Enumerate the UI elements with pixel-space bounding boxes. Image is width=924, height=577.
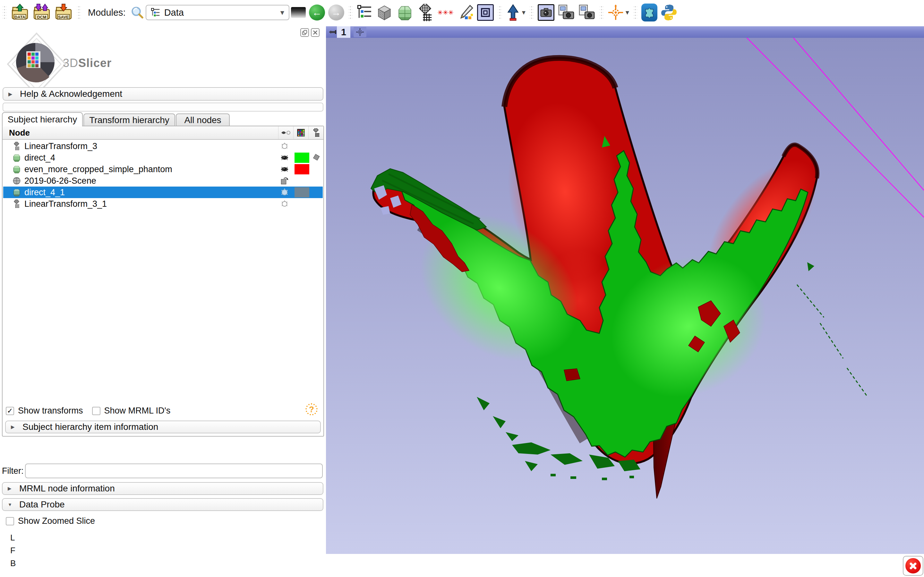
filter-input[interactable] <box>25 464 323 478</box>
view-options-button[interactable] <box>354 27 367 37</box>
toolbar-drag-handle[interactable] <box>77 5 81 20</box>
collapsed-triangle-icon: ▶ <box>8 486 15 492</box>
screenshot-button[interactable] <box>538 4 554 21</box>
toolbar-drag-handle[interactable] <box>530 5 533 20</box>
transforms-module-button[interactable] <box>417 4 434 21</box>
transform-column-header[interactable] <box>309 126 323 139</box>
close-application-button[interactable] <box>903 556 923 576</box>
show-mrml-ids-label: Show MRML ID's <box>104 406 171 416</box>
markups-module-button[interactable]: ✳✳✳ <box>437 10 454 15</box>
threed-view[interactable]: 1 <box>326 26 924 554</box>
data-module-icon <box>151 8 160 17</box>
visibility-toggle-dot[interactable] <box>278 187 291 198</box>
chevron-down-icon: ▾ <box>280 8 284 17</box>
visibility-column-header[interactable] <box>278 126 293 139</box>
data-probe-section[interactable]: ▼ Data Probe <box>2 498 323 511</box>
pencil-icon <box>457 4 474 21</box>
show-zoomed-slice-label: Show Zoomed Slice <box>18 516 95 526</box>
close-icon <box>313 30 318 35</box>
search-icon <box>131 6 144 19</box>
extensions-manager-button[interactable] <box>641 3 657 21</box>
color-swatch[interactable] <box>294 164 309 174</box>
volume-cube-icon <box>376 4 393 21</box>
module-forward-button[interactable]: → <box>328 5 344 21</box>
threed-scene[interactable] <box>326 38 924 554</box>
slicer-logo: 3DSlicer <box>5 32 113 96</box>
visibility-toggle-visible[interactable] <box>278 163 291 175</box>
restore-scene-view-button[interactable] <box>578 4 596 21</box>
color-swatch[interactable] <box>294 153 309 163</box>
table-row[interactable]: LinearTransform_3 <box>3 140 323 152</box>
subject-hierarchy-item-info-section[interactable]: ▶ Subject hierarchy item information <box>5 421 321 434</box>
table-row-selected[interactable]: direct_4_1 <box>3 187 323 198</box>
filter-label: Filter: <box>2 466 24 476</box>
toolbar-drag-handle[interactable] <box>349 5 352 20</box>
table-row[interactable]: 2019-06-26-Scene <box>3 175 323 187</box>
table-row[interactable]: direct_4 <box>3 152 323 163</box>
table-row[interactable]: LinearTransform_3_1 <box>3 198 323 210</box>
show-transforms-checkbox[interactable]: ✓ <box>6 407 14 415</box>
orientation-label-l: L <box>10 533 15 543</box>
row-transform-icon[interactable] <box>310 152 323 163</box>
volumes-module-button[interactable] <box>376 4 393 21</box>
subject-hierarchy-frame: Node <box>2 126 324 437</box>
tab-subject-hierarchy[interactable]: Subject hierarchy <box>2 112 83 126</box>
module-panel: 3DSlicer ▶ Help & Acknowledgement Subjec… <box>0 25 326 577</box>
color-column-header[interactable] <box>293 126 309 139</box>
show-mrml-ids-checkbox[interactable] <box>92 407 100 415</box>
orientation-label-f: F <box>10 546 15 556</box>
scene-restore-icon <box>578 4 596 21</box>
visibility-toggle-hidden[interactable] <box>278 140 291 152</box>
close-icon <box>905 558 921 574</box>
table-row[interactable]: even_more_cropped_simple_phantom <box>3 163 323 175</box>
color-swatch[interactable] <box>294 187 309 197</box>
view-crosshair-icon <box>356 28 364 36</box>
tab-transform-hierarchy[interactable]: Transform hierarchy <box>83 113 175 126</box>
module-back-button[interactable]: ← <box>309 5 325 21</box>
show-zoomed-slice-checkbox[interactable] <box>6 517 14 525</box>
layout-selector-button[interactable] <box>477 4 494 21</box>
history-icon <box>291 7 306 18</box>
mrml-node-info-section[interactable]: ▶ MRML node information <box>2 482 323 495</box>
toolbar-drag-handle[interactable] <box>599 5 604 20</box>
threed-view-header[interactable]: 1 <box>326 26 924 38</box>
module-search-button[interactable] <box>131 6 144 19</box>
scene-node-icon <box>12 176 21 185</box>
visibility-toggle-visible[interactable] <box>278 152 291 163</box>
module-selector-combobox[interactable]: Data ▾ <box>145 5 289 20</box>
node-column-header: Node <box>9 128 278 138</box>
scene-capture-icon <box>557 4 575 21</box>
tree-header-row[interactable]: Node <box>3 126 323 140</box>
module-history-button[interactable] <box>291 7 306 18</box>
toolbar-drag-handle[interactable] <box>633 5 637 20</box>
orientation-label-b: B <box>10 558 16 568</box>
python-console-button[interactable] <box>661 4 677 21</box>
help-acknowledgement-section[interactable]: ▶ Help & Acknowledgement <box>3 87 323 101</box>
annotations-module-button[interactable] <box>457 4 474 21</box>
load-data-button[interactable]: DATA <box>11 3 29 21</box>
mouse-interaction-button[interactable]: ▾ <box>506 4 525 21</box>
scene-stack-icon <box>280 176 289 185</box>
modules-label: Modules: <box>88 7 126 18</box>
models-module-button[interactable] <box>396 4 414 21</box>
scene-visibility-icon[interactable] <box>278 175 291 187</box>
transform-column-icon <box>312 128 320 137</box>
toolbar-drag-handle[interactable] <box>498 5 502 20</box>
model-node-icon <box>12 188 21 197</box>
dicom-button[interactable]: DCM <box>32 3 51 21</box>
close-panel-button[interactable] <box>311 28 320 37</box>
toolbar-drag-handle[interactable] <box>3 5 6 20</box>
crosshair-button[interactable]: ▾ <box>607 5 629 21</box>
palette-grid-icon <box>297 129 305 137</box>
chevron-down-icon: ▾ <box>626 8 629 17</box>
undock-panel-button[interactable] <box>300 28 309 37</box>
module-selected-value: Data <box>164 7 280 18</box>
visibility-toggle-hidden[interactable] <box>278 198 291 210</box>
tab-all-nodes[interactable]: All nodes <box>176 113 230 126</box>
capture-scene-view-button[interactable] <box>557 4 575 21</box>
save-button[interactable]: SAVE <box>54 3 73 21</box>
help-button[interactable]: ? <box>305 403 318 416</box>
subject-hierarchy-module-button[interactable] <box>357 5 373 21</box>
pin-icon[interactable] <box>328 29 338 35</box>
slicer-logo-icon <box>5 32 69 96</box>
